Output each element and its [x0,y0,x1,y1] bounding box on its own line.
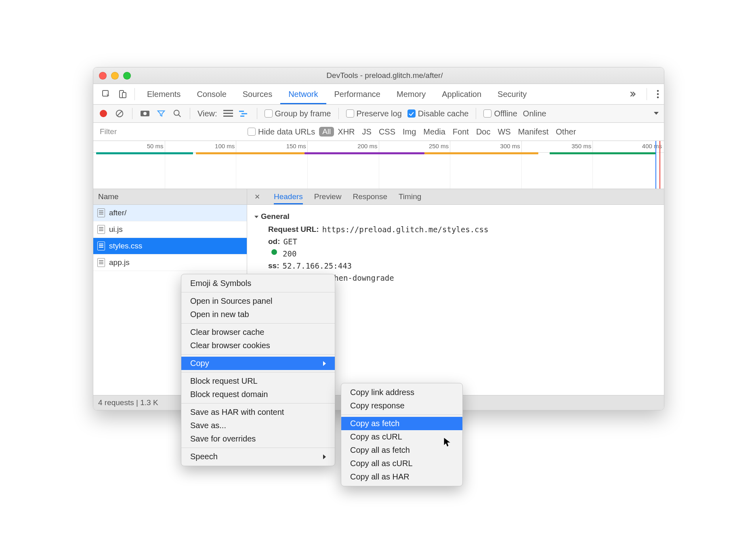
kv-request-url: Request URL:https://preload.glitch.me/st… [268,225,657,234]
network-overview[interactable]: 50 ms 100 ms 150 ms 200 ms 250 ms 300 ms… [93,141,664,189]
view-label: View: [197,109,217,118]
window-close-button[interactable] [99,72,107,80]
inspect-element-icon[interactable] [101,88,112,100]
tab-application[interactable]: Application [434,84,489,104]
menu-item[interactable]: Copy [181,357,335,370]
request-row[interactable]: after/ [93,205,247,221]
tab-elements[interactable]: Elements [139,84,189,104]
file-icon [97,258,105,267]
window-controls [99,72,131,80]
svg-rect-2 [122,92,126,98]
filter-input[interactable] [93,123,248,141]
file-icon [97,225,105,234]
context-submenu[interactable]: Copy link addressCopy responseCopy as fe… [341,383,463,486]
waterfall-icon[interactable] [239,108,250,119]
filter-xhr[interactable]: XHR [334,127,358,137]
filter-css[interactable]: CSS [375,127,399,137]
window-zoom-button[interactable] [123,72,131,80]
throttling-dropdown-arrow-icon[interactable] [653,111,659,116]
menu-item[interactable]: Copy response [341,399,462,412]
svg-point-3 [657,90,659,92]
clear-button[interactable] [114,108,125,119]
submenu-arrow-icon [323,454,326,459]
section-general[interactable]: General [254,212,657,221]
menu-item[interactable]: Speech [181,450,335,463]
menu-item[interactable]: Emoji & Symbols [181,277,335,290]
tab-memory[interactable]: Memory [388,84,434,104]
cursor-icon [443,437,452,448]
filter-js[interactable]: JS [359,127,375,137]
menu-item[interactable]: Copy all as HAR [341,470,462,484]
tab-console[interactable]: Console [189,84,234,104]
menu-item[interactable]: Open in Sources panel [181,294,335,308]
file-icon [97,208,105,217]
svg-point-10 [143,112,147,115]
svg-rect-14 [223,113,233,114]
menu-item[interactable]: Save for overrides [181,432,335,446]
request-row[interactable]: ui.js [93,221,247,238]
svg-rect-15 [223,116,233,117]
tab-sources[interactable]: Sources [235,84,280,104]
kv-status: 200 [268,249,657,258]
svg-line-8 [117,111,122,116]
kebab-menu-icon[interactable] [657,90,659,99]
details-tabstrip: ✕ Headers Preview Response Timing [247,189,664,205]
menu-item[interactable]: Copy as fetch [341,417,462,430]
filter-other[interactable]: Other [552,127,580,137]
kv-remote: ss:52.7.166.25:443 [268,261,657,270]
capture-screenshots-icon[interactable] [140,108,150,119]
window-minimize-button[interactable] [111,72,119,80]
details-tab-preview[interactable]: Preview [314,189,342,204]
context-menu[interactable]: Emoji & SymbolsOpen in Sources panelOpen… [181,274,335,466]
main-tabstrip: Elements Console Sources Network Perform… [93,84,664,105]
menu-item[interactable]: Clear browser cookies [181,339,335,352]
menu-item[interactable]: Block request URL [181,374,335,388]
status-dot-icon [271,249,277,255]
filter-manifest[interactable]: Manifest [514,127,552,137]
group-by-frame-checkbox[interactable]: Group by frame [265,109,331,118]
tab-performance[interactable]: Performance [326,84,389,104]
tab-security[interactable]: Security [489,84,535,104]
svg-point-6 [100,110,107,117]
menu-item[interactable]: Open in new tab [181,308,335,321]
file-icon [97,242,105,250]
close-details-icon[interactable]: ✕ [252,193,262,201]
filter-img[interactable]: Img [399,127,420,137]
filter-media[interactable]: Media [420,127,449,137]
device-mode-icon[interactable] [117,88,128,100]
request-row[interactable]: app.js [93,254,247,271]
details-tab-headers[interactable]: Headers [274,189,303,204]
menu-item[interactable]: Block request domain [181,388,335,401]
throttling-select[interactable]: Online [523,109,546,118]
svg-rect-13 [223,110,233,111]
menu-item[interactable]: Copy all as cURL [341,457,462,470]
filter-all-pill[interactable]: All [319,127,334,137]
details-tab-timing[interactable]: Timing [399,189,421,204]
menu-item[interactable]: Save as HAR with content [181,406,335,419]
tabs-overflow-icon[interactable] [628,90,637,99]
svg-rect-17 [242,113,247,114]
details-tab-response[interactable]: Response [353,189,387,204]
menu-item[interactable]: Save as... [181,419,335,432]
svg-point-5 [657,97,659,99]
search-icon[interactable] [172,108,183,119]
preserve-log-checkbox[interactable]: Preserve log [346,109,402,118]
filter-icon[interactable] [156,108,166,119]
menu-item[interactable]: Copy link address [341,386,462,399]
filter-ws[interactable]: WS [494,127,514,137]
disable-cache-checkbox[interactable]: Disable cache [407,109,469,118]
menu-item[interactable]: Clear browser cache [181,326,335,339]
filter-font[interactable]: Font [449,127,472,137]
svg-rect-16 [239,111,244,112]
request-list-header[interactable]: Name [93,189,247,205]
large-rows-icon[interactable] [223,108,233,119]
devtools-window: DevTools - preload.glitch.me/after/ Elem… [93,67,664,410]
record-button[interactable] [98,108,109,119]
offline-checkbox[interactable]: Offline [483,109,517,118]
hide-data-urls-checkbox[interactable]: Hide data URLs [248,127,315,137]
filter-doc[interactable]: Doc [472,127,494,137]
tab-network[interactable]: Network [280,84,326,104]
disclosure-triangle-icon [254,216,258,218]
filter-bar: Hide data URLs All XHR JS CSS Img Media … [93,123,664,141]
request-row-selected[interactable]: styles.css [93,238,247,254]
